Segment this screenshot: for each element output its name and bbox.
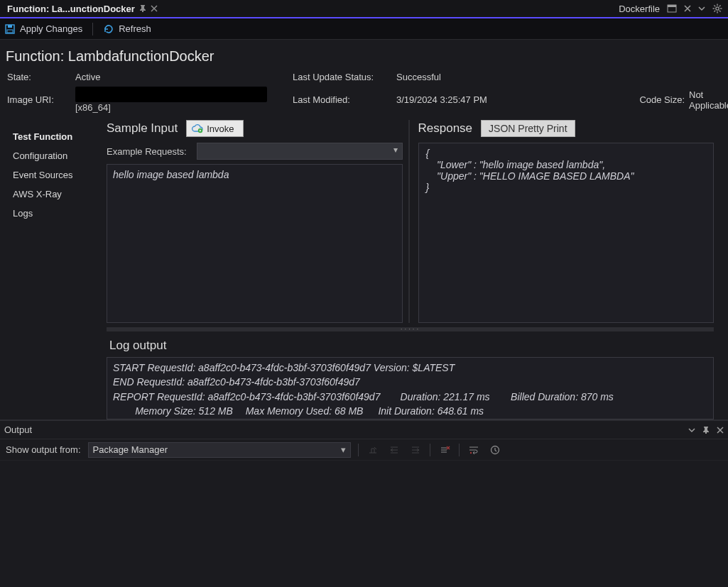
svg-line-7 [714,5,715,6]
close-icon[interactable] [717,427,724,434]
last-modified-value: 3/19/2024 3:25:47 PM [396,94,609,105]
apply-changes-label: Apply Changes [20,23,82,34]
svg-line-9 [719,5,721,6]
apply-changes-button[interactable]: Apply Changes [4,23,82,35]
last-update-label: Last Update Status: [293,72,392,82]
tab-label: Function: La...unctionDocker [7,4,135,14]
separator [430,444,430,456]
workarea: Sample Input Invoke Example Requests: he… [107,120,728,419]
image-uri-redacted [75,87,267,102]
response-title: Response [418,121,473,136]
refresh-button[interactable]: Refresh [103,23,151,35]
response-textarea[interactable]: { "Lower" : "hello image based lambda", … [418,143,715,323]
toolbar: Apply Changes Refresh [0,18,728,40]
document-tab[interactable]: Function: La...unctionDocker [0,0,165,17]
titlebar-right: Dockerfile [613,0,728,17]
sidebar-item-test-function[interactable]: Test Function [13,127,107,146]
sidebar-item-logs[interactable]: Logs [13,204,107,223]
sample-input-textarea[interactable]: hello image based lambda [107,164,403,323]
response-pane: Response JSON Pretty Print { "Lower" : "… [418,120,715,323]
output-panel-title: Output [4,424,32,435]
arch-value: [x86_64] [75,102,288,113]
invoke-button[interactable]: Invoke [186,120,243,137]
svg-line-10 [714,11,715,12]
sidebar-item-aws-xray[interactable]: AWS X-Ray [13,185,107,204]
json-pretty-print-label: JSON Pretty Print [489,123,567,134]
clear-selection-icon [366,443,380,457]
last-modified-label: Last Modified: [293,94,392,105]
code-size-label: Code Size: [614,94,685,105]
pin-icon[interactable] [139,5,146,12]
state-value: Active [75,72,288,82]
log-output-textarea[interactable]: START RequestId: a8aff2c0-b473-4fdc-b3bf… [107,357,714,419]
cloud-run-icon [191,123,204,134]
svg-rect-1 [668,5,676,7]
image-uri-label: Image URI: [7,94,71,105]
log-output-title: Log output [107,336,714,357]
titlebar: Function: La...unctionDocker Dockerfile [0,0,728,18]
page-title: Function: LambdafunctionDocker [0,40,728,69]
close-icon[interactable] [684,5,691,12]
show-output-from-label: Show output from: [6,444,81,455]
save-icon [4,23,16,35]
sidebar-item-configuration[interactable]: Configuration [13,146,107,165]
output-textarea[interactable] [0,461,728,587]
separator [92,23,93,35]
indent-right-icon [408,443,423,457]
json-pretty-print-button[interactable]: JSON Pretty Print [481,120,575,137]
output-source-dropdown[interactable]: Package Manager [88,442,351,458]
indent-left-icon [387,443,401,457]
refresh-icon [103,23,114,35]
svg-line-8 [719,11,721,12]
last-update-value: Successful [396,72,609,82]
gear-icon[interactable] [712,4,722,13]
horizontal-splitter[interactable] [107,327,714,331]
main-area: Function: LambdafunctionDocker State: Ac… [0,40,728,419]
refresh-label: Refresh [119,23,151,34]
clear-all-icon[interactable] [438,443,452,457]
meta-grid: State: Active Last Update Status: Succes… [0,69,728,120]
dockerfile-label[interactable]: Dockerfile [619,4,660,14]
dropdown-icon[interactable] [698,5,705,12]
invoke-label: Invoke [207,124,234,134]
output-panel: Output Show output from: Package Manager [0,419,728,587]
separator [459,444,460,456]
dropdown-icon[interactable] [688,427,695,434]
state-label: State: [7,72,71,82]
example-requests-dropdown[interactable] [197,143,403,160]
separator [358,444,359,456]
code-size-value: Not Applicable [689,89,728,111]
svg-point-2 [716,7,719,10]
sidebar-item-event-sources[interactable]: Event Sources [13,165,107,185]
sidebar: Test Function Configuration Event Source… [0,120,107,419]
output-source-value: Package Manager [93,444,168,455]
svg-rect-12 [8,25,12,28]
preview-icon[interactable] [667,4,677,13]
pin-icon[interactable] [702,427,710,434]
example-requests-label: Example Requests: [107,146,187,157]
input-pane: Sample Input Invoke Example Requests: he… [107,120,410,323]
close-icon[interactable] [151,5,158,12]
svg-rect-13 [7,30,13,33]
svg-point-15 [469,451,471,453]
sample-input-title: Sample Input [107,121,178,136]
word-wrap-icon[interactable] [467,443,481,457]
timestamp-icon[interactable] [488,443,502,457]
